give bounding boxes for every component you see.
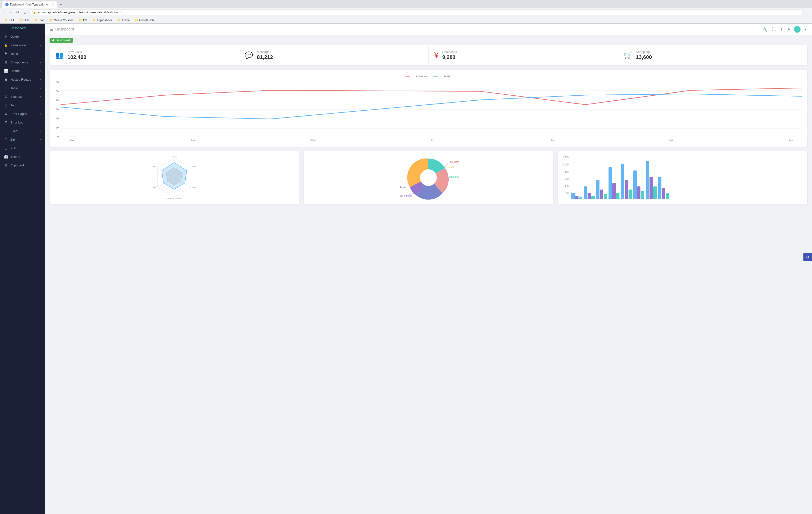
menu-icon[interactable]: ☰ (50, 27, 53, 32)
bar-seg-4-1 (625, 180, 628, 199)
pie-svg: Forecasts Gold Industries Forex Technolo… (388, 154, 469, 201)
bookmark-applications[interactable]: 📁Applications (90, 18, 114, 22)
error-pages-icon: ⚙ (4, 112, 8, 116)
browser-tabs: Dashboard - Vue Typescript A... ✕ + (0, 0, 812, 8)
bookmarks-bar: 📁ZJU📁SFU📁Blog📁Online Courses📁CS📁Applicat… (0, 17, 812, 23)
bookmark-folder-icon: 📁 (34, 19, 38, 22)
bar-seg-3-0 (609, 167, 612, 199)
stat-value-purchases: 9,280 (442, 54, 457, 60)
x-label-tue: Tue (191, 139, 195, 142)
y-axis-labels: 180 150 120 90 60 30 0 (54, 81, 60, 138)
sidebar-item-components[interactable]: ⊞ Components ▾ (0, 58, 45, 66)
chevron-permission: ▾ (40, 44, 41, 47)
bar-y-1000: 1,000 (562, 163, 569, 166)
bottom-charts-row: Sales Marketing Development Customer Sup… (50, 152, 807, 204)
dropdown-arrow[interactable]: ▾ (804, 26, 807, 33)
sidebar-label-error-pages: Error Pages (10, 112, 37, 116)
error-log-icon: ⚙ (4, 120, 8, 124)
line-chart (60, 81, 803, 138)
line-chart-section: ○ expected ○ actual 180 150 120 90 60 30… (50, 70, 807, 146)
stat-card-shoppings: 🛒 Shoppings 13,600 (618, 45, 807, 65)
fullscreen-button[interactable]: ⛶ (771, 26, 777, 32)
y-label-150: 150 (54, 90, 59, 93)
bookmark-sfu[interactable]: 📁SFU (17, 18, 31, 22)
pie-container: Forecasts Gold Industries Forex Technolo… (309, 156, 549, 199)
sidebar-item-permission[interactable]: 🔒 Permission ▾ (0, 41, 45, 49)
sidebar-label-icons: Icons (10, 52, 41, 56)
accessibility-button[interactable]: A (786, 26, 791, 32)
sidebar-label-permission: Permission (10, 44, 37, 47)
stat-value-new-visits: 102,400 (67, 54, 86, 60)
stat-icon-purchases: ¥ (434, 51, 439, 60)
sidebar-item-table[interactable]: ⊞ Table ▾ (0, 84, 45, 92)
bar-seg-1-2 (591, 196, 595, 199)
stat-info-shoppings: Shoppings 13,600 (636, 50, 652, 60)
new-tab-button[interactable]: + (57, 1, 64, 8)
sidebar-item-icons[interactable]: ⚑ Icons (0, 49, 45, 58)
bookmark-anime[interactable]: 📁Anime (115, 18, 132, 22)
extensions-button[interactable]: ⋮ (804, 9, 810, 15)
icons-icon: ⚑ (4, 52, 8, 56)
x-label-sun: Sun (788, 139, 793, 142)
back-button[interactable]: ‹ (2, 9, 6, 16)
sidebar-item-charts[interactable]: 📊 Charts ▾ (0, 66, 45, 75)
search-button[interactable]: 🔍 (761, 26, 768, 33)
bar-seg-4-0 (621, 164, 624, 199)
svg-text:Marketing: Marketing (193, 166, 196, 168)
chevron-components: ▾ (40, 61, 41, 64)
sidebar-item-pdf[interactable]: ▢ PDF (0, 144, 45, 152)
avatar-button[interactable] (794, 26, 801, 33)
bookmark-cs[interactable]: 📁CS (77, 18, 89, 22)
sidebar-label-nested-routes: Nested Routes (10, 78, 37, 81)
sidebar-item-guide[interactable]: ✈ Guide (0, 32, 45, 41)
text-size-button[interactable]: T (780, 26, 784, 32)
chevron-nested-routes: ▾ (40, 78, 41, 81)
bar-seg-2-2 (604, 194, 607, 199)
sidebar-item-theme[interactable]: 👔 Theme (0, 152, 45, 161)
sidebar-item-excel[interactable]: ⊞ Excel ▾ (0, 127, 45, 135)
sidebar-item-error-pages[interactable]: ⚙ Error Pages ▾ (0, 109, 45, 118)
active-tab[interactable]: Dashboard - Vue Typescript A... ✕ (2, 1, 57, 8)
bar-seg-1-0 (584, 186, 587, 199)
charts-icon: 📊 (4, 69, 8, 73)
tab-favicon (5, 3, 8, 6)
sidebar-item-zip[interactable]: ▢ Zip ▾ (0, 135, 45, 144)
sidebar-item-clipboard[interactable]: ⊞ Clipboard (0, 161, 45, 169)
bar-seg-0-2 (579, 197, 582, 199)
sidebar-item-dashboard[interactable]: ⊞ Dashboard (0, 24, 45, 32)
sidebar-item-example[interactable]: ⚙ Example ▾ (0, 92, 45, 101)
main-content: ☰ Dashboard 🔍 ⛶ T A ▾ Dashboard 👥 New V (45, 24, 812, 514)
tab-close-btn[interactable]: ✕ (52, 3, 54, 6)
dashboard-icon: ⊞ (4, 26, 8, 30)
bar-seg-7-1 (662, 188, 665, 199)
bar-group-2 (596, 180, 607, 199)
bookmark-folder-icon: 📁 (50, 19, 53, 22)
sidebar-item-nested-routes[interactable]: ☰ Nested Routes ▾ (0, 75, 45, 84)
forward-button[interactable]: › (8, 9, 12, 16)
sidebar-label-dashboard: Dashboard (10, 26, 41, 30)
legend-actual: ○ actual (433, 75, 451, 78)
home-button[interactable]: ⌂ (22, 9, 28, 16)
reload-button[interactable]: ↻ (14, 9, 21, 16)
x-label-mon: Mon (70, 139, 75, 142)
address-bar[interactable]: 🔒 armour.github.io/vue-typescript-admin-… (29, 9, 803, 15)
bar-y-800: 800 (562, 170, 569, 173)
bookmark-google-job[interactable]: 📁Google Job (133, 18, 155, 22)
bookmark-online-courses[interactable]: 📁Online Courses (48, 18, 76, 22)
sidebar-item-error-log[interactable]: ⚙ Error Log (0, 118, 45, 127)
bar-seg-3-2 (616, 193, 619, 199)
bookmark-zju[interactable]: 📁ZJU (2, 18, 16, 22)
excel-icon: ⊞ (4, 129, 8, 133)
bookmark-blog[interactable]: 📁Blog (32, 18, 46, 22)
svg-point-22 (420, 169, 437, 186)
bar-seg-4-2 (629, 190, 632, 199)
bar-seg-7-0 (658, 177, 661, 199)
sidebar-label-theme: Theme (10, 155, 41, 159)
tab-label: Dashboard - Vue Typescript A... (10, 3, 50, 6)
svg-text:Administration: Administration (153, 166, 156, 168)
y-label-180: 180 (54, 81, 59, 84)
radar-chart-card: Sales Marketing Development Customer Sup… (50, 152, 299, 204)
sidebar-item-tab[interactable]: ▢ Tab (0, 101, 45, 109)
bookmark-folder-icon: 📁 (117, 19, 121, 22)
settings-fab[interactable]: ⚙ (804, 253, 812, 261)
